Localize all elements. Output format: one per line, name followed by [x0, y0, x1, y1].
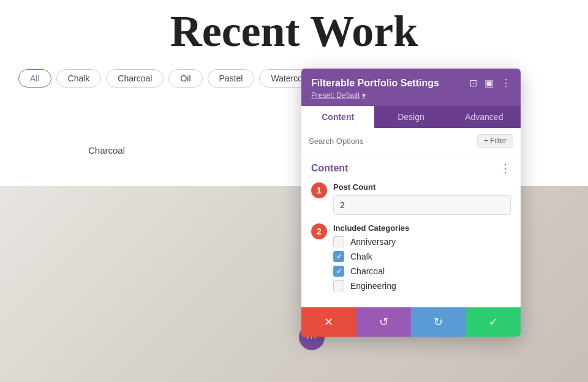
- tab-advanced[interactable]: Advanced: [448, 106, 521, 128]
- category-label: Anniversary: [350, 237, 396, 247]
- category-label: Engineering: [350, 281, 396, 291]
- panel-preset[interactable]: Preset: Default ▾: [311, 91, 511, 106]
- categories-content: Included Categories AnniversaryChalkChar…: [333, 223, 511, 291]
- filter-btn-charcoal[interactable]: Charcoal: [106, 69, 164, 88]
- category-label: Chalk: [350, 252, 372, 261]
- panel-header-icons: ⊡ ▣ ⋮: [469, 77, 511, 89]
- category-checkbox-anniversary[interactable]: [333, 236, 344, 247]
- layout-icon[interactable]: ▣: [484, 77, 494, 89]
- categories-row: 2 Included Categories AnniversaryChalkCh…: [311, 223, 511, 291]
- filter-tag-button[interactable]: + Filter: [477, 134, 513, 148]
- step-2-badge: 2: [311, 223, 327, 239]
- filter-btn-oil[interactable]: Oil: [168, 69, 202, 88]
- category-item: Anniversary: [333, 236, 511, 247]
- undo-button[interactable]: ↺: [356, 307, 412, 337]
- more-options-icon[interactable]: ⋮: [501, 77, 511, 89]
- panel-footer: ✕ ↺ ↻ ✓: [301, 307, 521, 337]
- section-title: Content: [311, 163, 348, 174]
- category-item: Engineering: [333, 280, 511, 291]
- category-checkbox-engineering[interactable]: [333, 280, 344, 291]
- panel-title: Filterable Portfolio Settings: [311, 78, 439, 89]
- post-count-row: 1 Post Count: [311, 182, 511, 215]
- panel-header: Filterable Portfolio Settings ⊡ ▣ ⋮ Pres…: [301, 69, 521, 106]
- post-count-label: Post Count: [333, 182, 511, 192]
- panel-content: Content ⋮ 1 Post Count 2 Included Catego…: [301, 154, 521, 307]
- category-item: Charcoal: [333, 266, 511, 277]
- cancel-button[interactable]: ✕: [301, 307, 356, 337]
- redo-button[interactable]: ↻: [411, 307, 466, 337]
- charcoal-filter-label: Charcoal: [88, 145, 125, 155]
- filter-btn-pastel[interactable]: Pastel: [208, 69, 255, 88]
- responsive-icon[interactable]: ⊡: [469, 77, 477, 89]
- tab-content[interactable]: Content: [301, 106, 374, 128]
- section-menu-icon[interactable]: ⋮: [500, 162, 511, 175]
- filter-btn-chalk[interactable]: Chalk: [56, 69, 102, 88]
- panel-search: + Filter: [301, 128, 521, 154]
- category-label: Charcoal: [350, 266, 385, 276]
- filter-btn-all[interactable]: All: [18, 69, 51, 88]
- page-title: Recent Work: [0, 0, 588, 69]
- section-header: Content ⋮: [311, 162, 511, 175]
- settings-panel: Filterable Portfolio Settings ⊡ ▣ ⋮ Pres…: [301, 69, 521, 337]
- post-count-input[interactable]: [333, 195, 511, 215]
- step-1-badge: 1: [311, 182, 327, 198]
- category-item: Chalk: [333, 251, 511, 262]
- category-checkbox-charcoal[interactable]: [333, 266, 344, 277]
- search-input[interactable]: [309, 137, 472, 146]
- confirm-button[interactable]: ✓: [466, 307, 521, 337]
- tab-design[interactable]: Design: [374, 106, 447, 128]
- post-count-content: Post Count: [333, 182, 511, 215]
- panel-tabs: ContentDesignAdvanced: [301, 106, 521, 128]
- category-checkbox-chalk[interactable]: [333, 251, 344, 262]
- categories-label: Included Categories: [333, 223, 511, 233]
- category-list: AnniversaryChalkCharcoalEngineering: [333, 236, 511, 291]
